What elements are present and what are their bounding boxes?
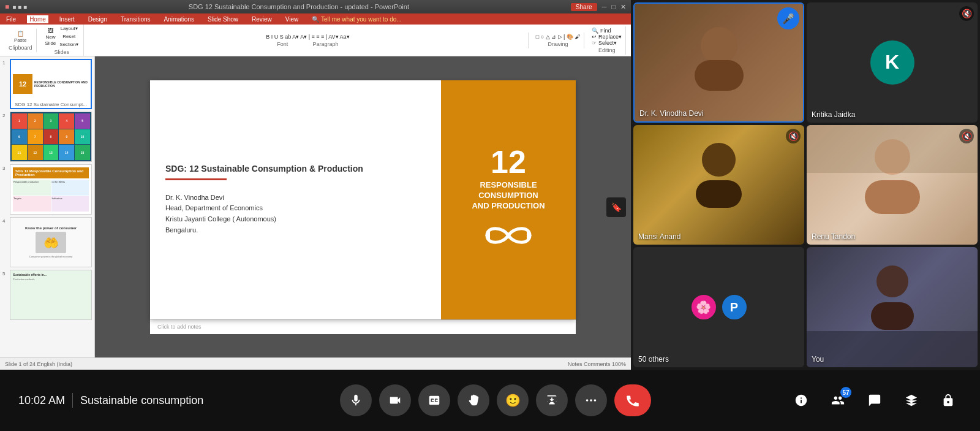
more-options-button[interactable] bbox=[575, 384, 607, 416]
reset-button[interactable]: Reset bbox=[58, 33, 80, 40]
ribbon-tab-view[interactable]: View bbox=[283, 15, 301, 23]
ribbon-tab-transitions[interactable]: Transitions bbox=[118, 15, 153, 23]
video-tile-others[interactable]: 🌸 P 50 others bbox=[633, 247, 804, 367]
slide-thumb-4-wrapper[interactable]: 4 Know the power of consumer 🤲 Consumer … bbox=[2, 217, 92, 267]
emoji-button[interactable]: 🙂 bbox=[497, 384, 529, 416]
ribbon-tab-insert[interactable]: Insert bbox=[57, 15, 77, 23]
drawing-tools: □ ○ △ ⊿ ▷ | 🎨 🖌 bbox=[536, 34, 581, 40]
minimize-icon[interactable]: ─ bbox=[602, 3, 607, 11]
svg-point-2 bbox=[586, 399, 589, 402]
slide-thumb-3[interactable]: SDG 12 Responsible Consumption and Produ… bbox=[10, 164, 92, 215]
font-controls: B I U S ab A▾ A▾ | ≡ ≡ ≡ | AV▾ Aa▾ bbox=[266, 34, 349, 40]
raise-hand-button[interactable] bbox=[458, 384, 489, 416]
slide-thumbnails-panel: 1 12 RESPONSIBLE CONSUMPTION AND PRODUCT… bbox=[0, 56, 95, 357]
people-button[interactable]: 57 bbox=[824, 387, 851, 414]
slide-thumb-3-wrapper[interactable]: 3 SDG 12 Responsible Consumption and Pro… bbox=[2, 164, 92, 215]
cc-icon bbox=[428, 394, 441, 407]
editing-tools: 🔍 Find↩ Replace▾☞ Select▾ bbox=[592, 28, 622, 46]
meeting-info-button[interactable] bbox=[788, 387, 815, 414]
slide-thumb-1-label: SDG 12 Sustainable Consumpt... bbox=[11, 101, 91, 108]
share-button[interactable]: Share bbox=[571, 3, 597, 11]
window-titlebar: ■ ■ ■ ■ SDG 12 Sustainable Consumption a… bbox=[0, 0, 631, 13]
slide-thumb-1-wrapper[interactable]: 1 12 RESPONSIBLE CONSUMPTION AND PRODUCT… bbox=[2, 59, 92, 109]
kritika-avatar: K bbox=[870, 40, 914, 85]
statusbar: Slide 1 of 24 English (India) Notes Comm… bbox=[0, 357, 631, 370]
window-title: SDG 12 Sustainable Consumption and Produ… bbox=[27, 3, 571, 10]
slide-title: SDG: 12 Sustainable Consumption & Produc… bbox=[165, 164, 426, 174]
host-controls-button[interactable] bbox=[935, 387, 962, 414]
slide-num-1: 1 bbox=[2, 59, 7, 66]
slide-thumb-2[interactable]: 1 2 3 4 5 6 7 8 9 10 11 bbox=[10, 112, 92, 162]
present-button[interactable] bbox=[536, 384, 568, 416]
main-slide: SDG: 12 Sustainable Consumption & Produc… bbox=[150, 80, 576, 319]
meeting-info: 10:02 AM Sustainable consumption bbox=[18, 393, 203, 408]
time-divider bbox=[72, 393, 73, 408]
end-call-button[interactable] bbox=[614, 384, 651, 416]
sdg-infinity-icon bbox=[481, 220, 536, 253]
chat-icon bbox=[868, 394, 881, 407]
bottom-bar: 10:02 AM Sustainable consumption bbox=[0, 370, 980, 431]
mic-button[interactable] bbox=[340, 384, 372, 416]
layout-button[interactable]: Layout▾ bbox=[58, 25, 80, 32]
video-tile-renu[interactable]: 🔇 Renu Tandon bbox=[807, 125, 978, 245]
slide-notes-bar[interactable]: Click to add notes bbox=[150, 319, 576, 334]
video-tile-you[interactable]: You bbox=[807, 247, 978, 367]
mute-icon-mansi: 🔇 bbox=[786, 129, 801, 143]
bookmark-button[interactable]: 🔖 bbox=[606, 197, 626, 217]
ribbon-tab-home[interactable]: Home bbox=[27, 15, 48, 23]
slide-thumb-5-wrapper[interactable]: 5 Sustainable efforts in... Production m… bbox=[2, 270, 92, 320]
mansi-label: Mansi Anand bbox=[638, 232, 680, 241]
present-icon bbox=[545, 394, 559, 407]
others-label: 50 others bbox=[638, 355, 669, 364]
video-tile-vinodha[interactable]: 🎤 Dr. K. Vinodha Devi bbox=[633, 2, 804, 123]
others-avatar-1: 🌸 bbox=[690, 294, 717, 321]
others-avatar-2: P bbox=[721, 294, 748, 321]
slide-thumb-1[interactable]: 12 RESPONSIBLE CONSUMPTION AND PRODUCTIO… bbox=[10, 59, 92, 109]
slide-thumb-2-wrapper[interactable]: 2 1 2 3 4 5 6 7 8 bbox=[2, 112, 92, 162]
hand-icon bbox=[467, 394, 480, 407]
video-tile-mansi[interactable]: 🔇 Mansi Anand bbox=[633, 125, 804, 245]
sdg-infinity-svg bbox=[481, 220, 536, 251]
sdg-number: 12 bbox=[491, 146, 526, 178]
people-count-badge: 57 bbox=[840, 387, 851, 398]
ribbon-tab-slideshow[interactable]: Slide Show bbox=[205, 15, 241, 23]
cc-button[interactable] bbox=[418, 384, 450, 416]
end-call-icon bbox=[625, 392, 641, 408]
mic-active-icon-vinodha: 🎤 bbox=[777, 7, 799, 29]
you-video bbox=[807, 247, 978, 367]
slide-num-3: 3 bbox=[2, 164, 7, 171]
ribbon-tab-search[interactable]: 🔍 Tell me what you want to do... bbox=[309, 15, 404, 23]
mute-icon-renu: 🔇 bbox=[959, 129, 974, 143]
chat-button[interactable] bbox=[861, 387, 888, 414]
kritika-label: Kritika Jaidka bbox=[812, 110, 855, 119]
slide-num-2: 2 bbox=[2, 112, 7, 118]
sdg-text: RESPONSIBLE CONSUMPTION AND PRODUCTION bbox=[472, 180, 545, 212]
activities-button[interactable] bbox=[898, 387, 925, 414]
section-button[interactable]: Section▾ bbox=[58, 41, 80, 48]
camera-icon bbox=[388, 394, 402, 407]
ribbon-tab-design[interactable]: Design bbox=[86, 15, 110, 23]
activities-icon bbox=[905, 394, 918, 407]
mute-icon-kritika: 🔇 bbox=[959, 6, 974, 21]
mansi-video bbox=[633, 125, 804, 245]
slide-content-left: SDG: 12 Sustainable Consumption & Produc… bbox=[150, 80, 441, 319]
controls-right: 57 bbox=[788, 387, 962, 414]
ribbon-tab-review[interactable]: Review bbox=[249, 15, 274, 23]
slide-thumb-5[interactable]: Sustainable efforts in... Production met… bbox=[10, 270, 92, 320]
svg-point-3 bbox=[590, 399, 592, 402]
slide-content-right: 12 RESPONSIBLE CONSUMPTION AND PRODUCTIO… bbox=[441, 80, 576, 319]
meeting-name: Sustainable consumption bbox=[80, 394, 203, 407]
close-icon[interactable]: ✕ bbox=[620, 3, 626, 11]
ribbon-tab-animations[interactable]: Animations bbox=[162, 15, 197, 23]
renu-label: Renu Tandon bbox=[812, 232, 855, 241]
video-grid: 🎤 Dr. K. Vinodha Devi K 🔇 Kritika Jaidka… bbox=[631, 0, 980, 370]
paste-button[interactable]: 📋Paste bbox=[13, 30, 28, 44]
renu-video bbox=[807, 125, 978, 245]
mic-icon bbox=[349, 394, 363, 407]
new-slide-button[interactable]: 🖼NewSlide bbox=[44, 27, 58, 47]
slide-thumb-4[interactable]: Know the power of consumer 🤲 Consumer po… bbox=[10, 217, 92, 267]
ribbon-tab-file[interactable]: File bbox=[4, 15, 18, 23]
maximize-icon[interactable]: □ bbox=[611, 3, 616, 11]
camera-button[interactable] bbox=[379, 384, 411, 416]
video-tile-kritika[interactable]: K 🔇 Kritika Jaidka bbox=[807, 2, 978, 123]
